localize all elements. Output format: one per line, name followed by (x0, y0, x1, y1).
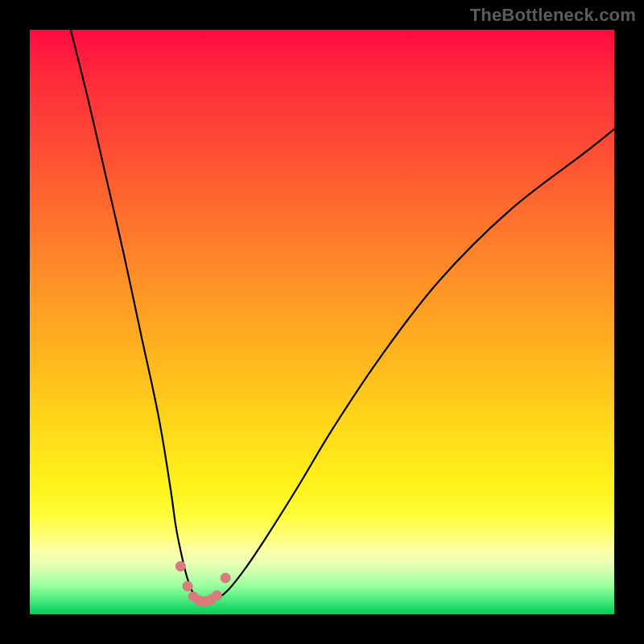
curve-marker (212, 590, 222, 601)
curve-marker (221, 572, 231, 583)
chart-svg (30, 30, 614, 614)
marker-group (175, 561, 231, 607)
watermark-text: TheBottleneck.com (470, 5, 636, 26)
curve-marker (175, 561, 186, 572)
bottleneck-curve (71, 30, 614, 603)
curve-marker (183, 581, 193, 592)
plot-area (30, 30, 614, 614)
chart-frame: TheBottleneck.com (0, 0, 644, 644)
